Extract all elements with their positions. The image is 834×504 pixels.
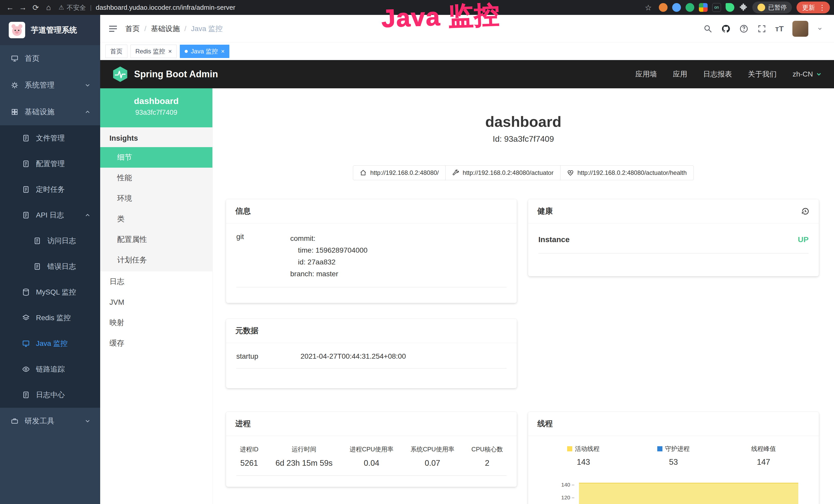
health-url-button[interactable]: http://192.168.0.2:48080/actuator/health: [560, 165, 694, 180]
sba-side-item-beans[interactable]: 类: [100, 209, 213, 229]
sidebar-item-file-management[interactable]: 文件管理: [0, 125, 100, 151]
instance-links: http://192.168.0.2:48080/ http://192.168…: [213, 165, 834, 180]
system-cpu: 系统CPU使用率 0.07: [411, 445, 454, 468]
fullscreen-icon[interactable]: [757, 24, 766, 33]
document-icon: [22, 186, 30, 193]
search-icon[interactable]: [703, 24, 712, 33]
breadcrumb-infrastructure[interactable]: 基础设施: [151, 24, 180, 33]
paused-label: 已暂停: [768, 3, 787, 12]
sidebar-item-trace[interactable]: 链路追踪: [0, 357, 100, 382]
actuator-url-button[interactable]: http://192.168.0.2:48080/actuator: [445, 165, 561, 180]
sba-side-item-details[interactable]: 细节: [100, 147, 213, 168]
sidebar-item-home[interactable]: 首页: [0, 45, 100, 72]
browser-forward-icon[interactable]: →: [17, 2, 29, 13]
address-bar[interactable]: ⚠ 不安全 | dashboard.yudao.iocoder.cn/infra…: [59, 3, 641, 12]
layers-icon: [22, 314, 30, 322]
browser-home-icon[interactable]: ⌂: [43, 2, 54, 13]
hamburger-icon[interactable]: [108, 24, 118, 34]
sidebar-item-system-management[interactable]: 系统管理: [0, 72, 100, 98]
sba-nav-wallboard[interactable]: 应用墙: [635, 69, 657, 79]
sba-nav-about[interactable]: 关于我们: [748, 69, 777, 79]
database-icon: [22, 288, 30, 296]
extension-icon-orange[interactable]: [659, 3, 667, 12]
chevron-up-icon: [84, 212, 91, 219]
sba-main: dashboard Id: 93a3fc7f7409 http://192.16…: [213, 88, 834, 504]
extensions-puzzle-icon[interactable]: [739, 3, 748, 12]
close-icon[interactable]: ×: [221, 48, 224, 54]
close-icon[interactable]: ×: [168, 48, 172, 54]
browser-update-button[interactable]: 更新 ⋮: [796, 2, 830, 13]
tab-home[interactable]: 首页: [105, 45, 127, 58]
extension-icon-on-badge[interactable]: on: [712, 3, 721, 12]
font-size-icon[interactable]: тT: [775, 24, 784, 33]
github-icon[interactable]: [721, 24, 730, 33]
admin-sidebar: 芋道管理系统 首页 系统管理 基础设施 文件: [0, 15, 100, 504]
sba-side-item-caches[interactable]: 缓存: [100, 333, 213, 353]
bookmark-star-icon[interactable]: ☆: [642, 2, 654, 13]
browser-menu-icon[interactable]: ⋮: [818, 3, 826, 12]
sba-side-item-mappings[interactable]: 映射: [100, 313, 213, 333]
sba-side-item-jvm[interactable]: JVM: [100, 292, 213, 313]
history-icon[interactable]: [801, 207, 810, 216]
sidebar-item-config-management[interactable]: 配置管理: [0, 151, 100, 177]
sidebar-item-access-logs[interactable]: 访问日志: [0, 228, 100, 254]
extension-icon-grid[interactable]: [699, 3, 708, 12]
chevron-down-icon: [815, 71, 822, 77]
sba-header: Spring Boot Admin 应用墙 应用 日志报表 关于我们 zh-CN: [100, 60, 834, 88]
update-label: 更新: [802, 3, 815, 12]
paused-badge[interactable]: 已暂停: [752, 2, 792, 13]
sidebar-item-dev-tools[interactable]: 研发工具: [0, 408, 100, 434]
sidebar-item-scheduled-jobs[interactable]: 定时任务: [0, 177, 100, 202]
sba-side-item-loggers[interactable]: 日志: [100, 271, 213, 292]
status-badge: UP: [798, 235, 809, 244]
document-icon: [22, 211, 30, 219]
sidebar-item-mysql-monitor[interactable]: MySQL 监控: [0, 279, 100, 305]
sidebar-item-infrastructure[interactable]: 基础设施: [0, 98, 100, 125]
not-secure-warning-icon: ⚠: [59, 4, 64, 11]
sba-side-item-metrics[interactable]: 性能: [100, 168, 213, 188]
sba-side-item-scheduled-tasks[interactable]: 计划任务: [100, 250, 213, 270]
sba-nav-journal[interactable]: 日志报表: [703, 69, 732, 79]
sba-brand-title[interactable]: Spring Boot Admin: [134, 69, 218, 79]
service-url-button[interactable]: http://192.168.0.2:48080/: [353, 165, 446, 180]
user-avatar[interactable]: [792, 21, 808, 37]
git-info-row: git commit: time: 1596289704000 id: 27aa…: [236, 233, 506, 287]
app-logo-row[interactable]: 芋道管理系统: [0, 15, 100, 45]
sba-insights-group: Insights 细节 性能 环境 类 配置属性 计划任务: [100, 127, 213, 271]
avatar-caret-icon[interactable]: [817, 26, 823, 31]
insights-group-label: Insights: [100, 127, 213, 147]
instance-name: dashboard: [100, 96, 213, 106]
page-title: dashboard: [213, 113, 834, 130]
tab-redis-monitor[interactable]: Redis 监控 ×: [130, 45, 177, 58]
browser-reload-icon[interactable]: ⟳: [30, 2, 42, 13]
browser-back-icon[interactable]: ←: [4, 2, 16, 13]
sidebar-item-redis-monitor[interactable]: Redis 监控: [0, 305, 100, 331]
extension-icon-leaf[interactable]: [726, 3, 734, 12]
health-card: 健康 Instance UP: [528, 199, 819, 276]
sba-nav-applications[interactable]: 应用: [673, 69, 687, 79]
instance-id: 93a3fc7f7409: [100, 109, 213, 117]
tab-java-monitor[interactable]: Java 监控 ×: [180, 45, 229, 58]
grid-icon: [11, 108, 19, 116]
sba-locale-select[interactable]: zh-CN: [793, 70, 822, 78]
sidebar-item-log-center[interactable]: 日志中心: [0, 382, 100, 408]
sba-instance-box[interactable]: dashboard 93a3fc7f7409: [100, 88, 213, 127]
instance-label: Instance: [539, 235, 570, 244]
sidebar-submenu-infrastructure: 文件管理 配置管理 定时任务 API 日志 访问日志 错误日志 MySQL 监控: [0, 125, 100, 408]
sidebar-item-error-logs[interactable]: 错误日志: [0, 254, 100, 279]
annotation-text: Java 监控: [381, 0, 501, 36]
extension-icon-green[interactable]: [685, 3, 694, 12]
help-icon[interactable]: [739, 24, 748, 33]
git-value: commit: time: 1596289704000 id: 27aa832 …: [290, 233, 368, 280]
sidebar-item-api-logs[interactable]: API 日志: [0, 202, 100, 228]
extension-icon-blue-drop[interactable]: [672, 3, 681, 12]
home-icon: [360, 169, 367, 176]
sba-side-item-environment[interactable]: 环境: [100, 188, 213, 209]
sba-side-item-config-props[interactable]: 配置属性: [100, 229, 213, 250]
header-actions: тT: [703, 21, 823, 37]
startup-label: startup: [236, 352, 301, 361]
sidebar-item-java-monitor[interactable]: Java 监控: [0, 331, 100, 357]
breadcrumb-home[interactable]: 首页: [125, 24, 140, 33]
cpu-cores: CPU核心数 2: [471, 445, 503, 468]
legend-peak-threads: 线程峰值 147: [719, 445, 809, 467]
